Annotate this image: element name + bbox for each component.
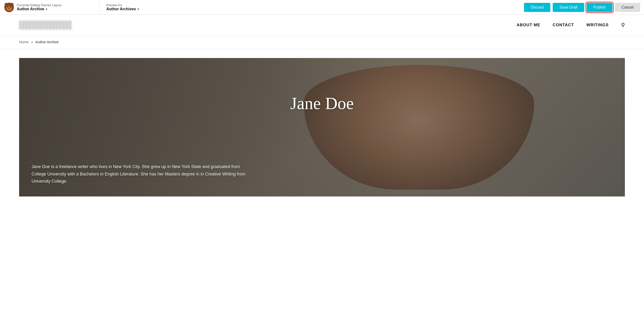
site-header: ABOUT ME CONTACT WRITINGS ⚲ — [0, 15, 644, 35]
preview-label: Preview As: — [106, 3, 179, 7]
hero-name: Jane Doe — [290, 94, 354, 113]
toolbar: Currently Editing Themer Layout Author A… — [0, 0, 644, 15]
site-logo-area — [19, 20, 517, 30]
chevron-down-icon-preview: ▾ — [138, 7, 139, 11]
breadcrumb-current: Author Archive — [35, 40, 59, 44]
breadcrumb-separator: » — [31, 40, 33, 44]
nav-item-about-me[interactable]: ABOUT ME — [517, 23, 540, 27]
preview-value: Author Archives — [106, 7, 136, 11]
toolbar-logo-area: Currently Editing Themer Layout Author A… — [4, 2, 100, 13]
editing-value: Author Archive — [17, 7, 44, 11]
discard-button[interactable]: Discard — [524, 3, 550, 12]
cancel-button[interactable]: Cancel — [615, 3, 640, 12]
toolbar-preview-area: Preview As: Author Archives ▾ — [100, 3, 186, 11]
preview-dropdown[interactable]: Author Archives ▾ — [106, 7, 179, 11]
chevron-down-icon: ▾ — [46, 7, 47, 11]
breadcrumb: Home » Author Archive — [0, 35, 644, 48]
breadcrumb-home[interactable]: Home — [19, 40, 29, 44]
editing-dropdown[interactable]: Author Archive ▾ — [17, 7, 62, 11]
search-icon[interactable]: ⚲ — [621, 22, 625, 28]
publish-button[interactable]: Publish — [587, 3, 612, 12]
bear-logo-icon — [4, 2, 14, 13]
editing-label: Currently Editing Themer Layout — [17, 3, 62, 7]
hero-section: Jane Doe Jane Doe is a freelance writer … — [19, 58, 625, 197]
svg-point-5 — [10, 6, 11, 7]
svg-point-1 — [4, 3, 8, 6]
nav-item-contact[interactable]: CONTACT — [553, 23, 574, 27]
toolbar-actions: Discard Save Draft Publish Cancel — [524, 3, 640, 12]
svg-point-6 — [8, 8, 10, 9]
svg-point-4 — [8, 6, 8, 7]
hero-content: Jane Doe — [19, 58, 625, 197]
site-logo-blurred — [19, 20, 72, 30]
toolbar-editing-info: Currently Editing Themer Layout Author A… — [17, 3, 62, 11]
site-nav: ABOUT ME CONTACT WRITINGS ⚲ — [517, 22, 625, 28]
save-draft-button[interactable]: Save Draft — [553, 3, 584, 12]
svg-point-2 — [10, 3, 14, 6]
nav-item-writings[interactable]: WRITINGS — [586, 23, 609, 27]
